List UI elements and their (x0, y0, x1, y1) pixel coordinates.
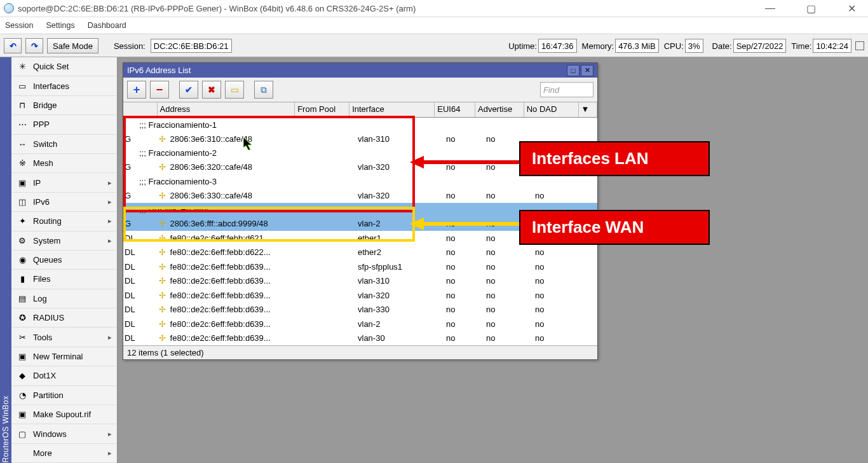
uptime-value: 16:47:36 (538, 39, 577, 53)
undo-button[interactable]: ↶ (4, 38, 22, 53)
column-header[interactable]: No DAD (524, 102, 579, 117)
column-menu-button[interactable]: ▼ (579, 102, 597, 117)
subwindow-toolbar: + − ✔ ✖ ▭ ⧉ Find (123, 78, 597, 102)
redo-button[interactable]: ↷ (25, 38, 43, 53)
sidebar-item-more[interactable]: More ▸ (11, 444, 117, 463)
table-row[interactable]: DL✢ fe80::de2c:6eff:febb:d639...vlan-30n… (123, 331, 597, 346)
sidebar-item-ppp[interactable]: ⋯ PPP (11, 115, 117, 134)
sidebar-item-radius[interactable]: ✪ RADIUS (11, 308, 117, 328)
menu-icon: ▭ (17, 80, 28, 92)
sidebar-item-label: Interfaces (33, 81, 69, 91)
sidebar-item-ipv6[interactable]: ◫ IPv6 ▸ (11, 193, 117, 212)
sidebar-item-label: IP (33, 178, 41, 188)
table-row[interactable]: DL✢ fe80::de2c:6eff:febb:d622...ether2no… (123, 245, 597, 260)
hide-panel-button[interactable] (855, 41, 864, 50)
sidebar-item-bridge[interactable]: ⊓ Bridge (11, 96, 117, 115)
column-header[interactable]: Interface (349, 102, 435, 117)
comment-button[interactable]: ▭ (225, 81, 244, 99)
add-button[interactable]: + (127, 81, 146, 99)
subwindow-close-button[interactable]: ✕ (581, 65, 593, 76)
table-row[interactable]: DL✢ fe80::de2c:6eff:febb:d639...vlan-310… (123, 274, 597, 289)
sidebar-item-tools[interactable]: ✂ Tools ▸ (11, 328, 117, 347)
column-header[interactable]: Advertise (475, 102, 524, 117)
menubar: Session Settings Dashboard (0, 17, 868, 34)
sidebar-item-new-terminal[interactable]: ▣ New Terminal (11, 347, 117, 366)
menu-session[interactable]: Session (5, 21, 33, 30)
column-header[interactable]: From Pool (295, 102, 349, 117)
menu-dashboard[interactable]: Dashboard (88, 21, 126, 30)
column-header[interactable] (123, 102, 158, 117)
app-icon (4, 3, 14, 13)
address-icon: ✢ (158, 134, 166, 144)
minimize-button[interactable]: — (757, 3, 783, 15)
table-row[interactable]: G✢ 2806:3e6:330::cafe/48vlan-320nonono (123, 188, 597, 203)
subwindow-titlebar[interactable]: IPv6 Address List □ ✕ (123, 63, 597, 78)
menu-icon (17, 448, 28, 459)
menu-icon: ⚙ (17, 235, 28, 246)
enable-button[interactable]: ✔ (179, 81, 198, 99)
session-value: DC:2C:6E:BB:D6:21 (151, 39, 232, 53)
sidebar-item-log[interactable]: ▤ Log (11, 289, 117, 308)
sidebar-item-mesh[interactable]: ※ Mesh (11, 154, 117, 173)
menu-icon: ▢ (17, 428, 28, 439)
menu-icon: ▣ (17, 351, 28, 363)
column-header[interactable]: Address (158, 102, 295, 117)
sidebar-item-label: Routing (33, 216, 62, 226)
find-input[interactable]: Find (540, 82, 593, 97)
sidebar-item-files[interactable]: ▮ Files (11, 270, 117, 289)
sidebar-item-quick-set[interactable]: ✳ Quick Set (11, 57, 117, 76)
table-comment-row[interactable]: ;;; Fraccionamiento-3 (123, 174, 597, 188)
address-icon: ✢ (158, 305, 166, 314)
address-icon: ✢ (158, 233, 166, 243)
window-titlebar: soporte@DC:2C:6E:BB:D6:21 (RB-IPv6-PPPoE… (0, 0, 868, 17)
table-header[interactable]: AddressFrom PoolInterfaceEUI64AdvertiseN… (123, 102, 597, 118)
sidebar-item-label: Switch (33, 139, 57, 149)
remove-button[interactable]: − (150, 81, 169, 99)
disable-button[interactable]: ✖ (202, 81, 221, 99)
sidebar-item-interfaces[interactable]: ▭ Interfaces (11, 76, 117, 95)
address-icon: ✢ (158, 191, 166, 200)
filter-button[interactable]: ⧉ (254, 81, 273, 99)
vertical-tab[interactable]: RouterOS WinBox (0, 57, 11, 463)
sidebar-item-switch[interactable]: ↔ Switch (11, 135, 117, 154)
menu-icon: ◫ (17, 196, 28, 207)
table-comment-row[interactable]: ;;; Fraccionamiento-1 (123, 118, 597, 132)
sidebar-item-label: Mesh (33, 158, 53, 168)
column-header[interactable]: EUI64 (435, 102, 475, 117)
sidebar-item-windows[interactable]: ▢ Windows ▸ (11, 424, 117, 443)
sidebar-item-label: IPv6 (33, 197, 50, 207)
table-row[interactable]: DL✢ fe80::de2c:6eff:febb:d639...vlan-330… (123, 303, 597, 317)
maximize-button[interactable]: ▢ (798, 3, 824, 15)
date-value: Sep/27/2022 (733, 39, 787, 53)
table-row[interactable]: DL✢ fe80::de2c:6eff:febb:d639...sfp-sfpp… (123, 259, 597, 274)
sidebar-item-routing[interactable]: ✦ Routing ▸ (11, 212, 117, 231)
sidebar-item-label: New Terminal (33, 352, 83, 361)
menu-icon: ✦ (17, 216, 28, 227)
main-toolbar: ↶ ↷ Safe Mode Session: DC:2C:6E:BB:D6:21… (0, 34, 868, 57)
sidebar-item-queues[interactable]: ◉ Queues (11, 251, 117, 270)
window-title: soporte@DC:2C:6E:BB:D6:21 (RB-IPv6-PPPoE… (18, 4, 416, 13)
close-button[interactable]: ✕ (839, 3, 864, 15)
sidebar-item-make-supout-rif[interactable]: ▣ Make Supout.rif (11, 405, 117, 424)
sidebar-item-system[interactable]: ⚙ System ▸ (11, 232, 117, 251)
safe-mode-button[interactable]: Safe Mode (47, 38, 98, 53)
menu-icon: ⊓ (17, 99, 28, 111)
subwindow-statusbar: 12 items (1 selected) (123, 345, 597, 359)
sidebar-item-label: Quick Set (33, 62, 69, 71)
sidebar-item-label: More (33, 448, 52, 458)
table-row[interactable]: DL✢ fe80::de2c:6eff:febb:d639...vlan-320… (123, 288, 597, 303)
sidebar-item-dot1x[interactable]: ◆ Dot1X (11, 366, 117, 385)
sidebar-item-ip[interactable]: ▣ IP ▸ (11, 173, 117, 192)
submenu-arrow-icon: ▸ (108, 179, 112, 187)
memory-value: 476.3 MiB (615, 39, 659, 53)
time-value: 10:42:24 (813, 39, 851, 53)
menu-icon: ◔ (17, 389, 28, 401)
sidebar-item-partition[interactable]: ◔ Partition (11, 386, 117, 405)
submenu-arrow-icon: ▸ (108, 333, 112, 342)
table-row[interactable]: DL✢ fe80::de2c:6eff:febb:d639...vlan-2no… (123, 317, 597, 331)
submenu-arrow-icon: ▸ (108, 217, 112, 225)
sidebar-item-label: Windows (33, 429, 67, 439)
subwindow-resize-button[interactable]: □ (567, 65, 580, 76)
sidebar-item-label: Log (33, 294, 47, 303)
menu-settings[interactable]: Settings (46, 21, 74, 30)
